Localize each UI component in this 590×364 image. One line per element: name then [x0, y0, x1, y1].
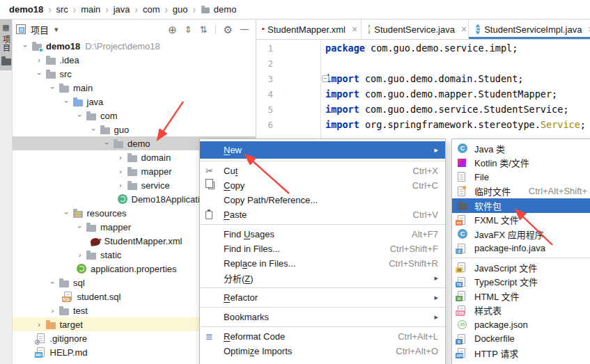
- tree-item-icon-slot: [86, 223, 97, 232]
- menu-item-Replace in Files...[interactable]: Replace in Files...Ctrl+Shift+R: [200, 256, 445, 271]
- project-stripe-label: 项目: [1, 35, 12, 52]
- doc-line: [460, 351, 463, 351]
- label-mnemonic: R: [224, 331, 230, 342]
- tab-close-icon[interactable]: ×: [461, 24, 467, 35]
- tree-row-com[interactable]: ›com: [13, 109, 256, 122]
- tab-StudentService.java[interactable]: IStudentService.java×: [362, 19, 469, 39]
- chevron-collapsed-icon[interactable]: ›: [33, 56, 45, 64]
- menu-item-HTTP 请求[interactable]: APIHTTP 请求: [452, 346, 590, 361]
- chevron-collapsed-icon[interactable]: ›: [115, 153, 127, 161]
- minimize-icon: —: [240, 25, 249, 33]
- chevron-collapsed-icon[interactable]: ›: [115, 181, 127, 189]
- chevron-expanded-icon[interactable]: ›: [49, 277, 57, 289]
- folder-dark-icon: [458, 203, 467, 210]
- chevron-expanded-icon[interactable]: ›: [103, 138, 111, 150]
- tab-StudentServiceImpl.java[interactable]: CStudentServiceImpl.java×: [469, 19, 590, 39]
- menu-item-HTML 文件[interactable]: HHTML 文件: [452, 289, 590, 303]
- menu-item-File[interactable]: File: [452, 170, 590, 184]
- project-tool-stripe-button[interactable]: ▦ 项目: [0, 19, 12, 70]
- tree-row-main[interactable]: ›main: [13, 81, 256, 95]
- menu-item-Bookmarks[interactable]: Bookmarks▸: [200, 310, 445, 324]
- chevron-expanded-icon[interactable]: ›: [22, 40, 30, 52]
- menu-item-label: HTTP 请求: [474, 347, 518, 360]
- breadcrumb-item-java[interactable]: java: [114, 4, 130, 15]
- chevron-expanded-icon[interactable]: ›: [89, 124, 98, 136]
- breadcrumb-item-com[interactable]: com: [143, 4, 160, 15]
- chevron-collapsed-icon[interactable]: ›: [115, 167, 127, 175]
- menu-item-Refactor[interactable]: Refactor▸: [200, 290, 445, 305]
- menu-item-Find Usages[interactable]: Find UsagesAlt+F7: [200, 227, 445, 242]
- menu-item-icon-slot: JS: [458, 262, 474, 272]
- menu-item-Optimize Imports[interactable]: Optimize ImportsCtrl+Alt+O: [200, 344, 445, 358]
- fold-gutter: −: [273, 71, 325, 86]
- menu-item-TypeScript 文件[interactable]: TSTypeScript 文件: [452, 275, 590, 290]
- class-badge-icon: C: [476, 24, 481, 34]
- chevron-down-icon[interactable]: ▾: [54, 26, 59, 33]
- paste-icon: [205, 211, 212, 219]
- menu-item-JavaFX 应用程序[interactable]: CJavaFX 应用程序: [452, 227, 590, 242]
- menu-item-Paste[interactable]: PasteCtrl+V: [200, 207, 445, 222]
- tab-close-icon[interactable]: ×: [352, 24, 357, 35]
- menu-item-分析(Z)[interactable]: 分析(Z)▸: [200, 271, 445, 285]
- breadcrumb-item-demo18[interactable]: demo18: [9, 4, 43, 15]
- tree-item-icon-slot: [127, 167, 138, 176]
- chevron-expanded-icon[interactable]: ›: [62, 96, 70, 108]
- menu-item-label: TypeScript 文件: [474, 275, 538, 288]
- menu-item-package-info.java[interactable]: Jpackage-info.java: [452, 242, 590, 256]
- chevron-expanded-icon[interactable]: ›: [35, 68, 43, 80]
- menu-item-样式表[interactable]: CSS样式表: [452, 303, 590, 318]
- chevron-collapsed-icon[interactable]: ›: [33, 320, 45, 329]
- tree-row-.idea[interactable]: ›.idea: [13, 53, 256, 67]
- breadcrumb-item-guo[interactable]: guo: [173, 4, 188, 15]
- menu-item-package.json[interactable]: JSpackage.json: [452, 317, 590, 332]
- menu-item-Find in Files...[interactable]: Find in Files...Ctrl+Shift+F: [200, 242, 445, 256]
- breadcrumb-item-label: main: [81, 4, 100, 15]
- tree-row-demo18[interactable]: ›demo18D:\Project\demo18: [13, 39, 256, 53]
- menu-item-临时文件[interactable]: 临时文件Ctrl+Alt+Shift+: [452, 184, 590, 199]
- settings-button[interactable]: ⚙: [224, 24, 233, 35]
- widget-pane: [19, 27, 24, 33]
- breadcrumb-item-demo[interactable]: demo: [201, 4, 237, 15]
- menu-item-软件包[interactable]: 软件包: [452, 198, 590, 213]
- chevron-collapsed-icon[interactable]: ›: [47, 306, 59, 315]
- menu-item-New[interactable]: New▸: [200, 141, 445, 159]
- chevron-expanded-icon[interactable]: ›: [49, 82, 57, 94]
- chevron-expanded-icon[interactable]: ›: [76, 221, 84, 233]
- chevron-expanded-icon[interactable]: ›: [62, 207, 70, 219]
- tree-row-src[interactable]: ›src: [13, 67, 256, 81]
- tree-row-guo[interactable]: ›guo: [13, 122, 256, 136]
- menu-item-Copy Path/Reference...[interactable]: Copy Path/Reference...: [200, 193, 445, 207]
- folder-icon: [59, 280, 69, 287]
- expand-all-button[interactable]: ⇕: [185, 25, 192, 34]
- collapse-all-button[interactable]: ⇅: [200, 25, 208, 34]
- chevron-expanded-icon[interactable]: ›: [76, 110, 84, 122]
- tab-StudentMapper.xml[interactable]: StudentMapper.xml×: [256, 19, 362, 39]
- project-panel-title[interactable]: 项目: [31, 23, 49, 36]
- project-window-widget-icon[interactable]: [16, 24, 26, 34]
- breadcrumb-item-label: java: [114, 4, 130, 15]
- menu-item-Copy[interactable]: CopyCtrl+C: [200, 178, 445, 193]
- fold-marker-icon[interactable]: −: [322, 75, 329, 82]
- menu-separator: [200, 161, 445, 161]
- file-js-icon: JS: [458, 262, 465, 272]
- menu-item-Cut[interactable]: ✂CutCtrl+X: [200, 164, 445, 178]
- chevron-collapsed-icon[interactable]: ›: [74, 251, 86, 259]
- breadcrumb-item-main[interactable]: main: [81, 4, 100, 15]
- menu-item-FXML 文件[interactable]: <>FXML 文件: [452, 213, 590, 228]
- breadcrumb-item-src[interactable]: src: [56, 4, 68, 15]
- tree-row-java[interactable]: ›java: [13, 95, 256, 109]
- submenu-arrow-icon: ▸: [434, 312, 438, 322]
- submenu-arrow-icon: ▸: [434, 293, 438, 302]
- folder-resources-icon: [73, 211, 83, 218]
- locate-button[interactable]: ⊕: [168, 24, 177, 35]
- hide-panel-button[interactable]: —: [240, 25, 249, 33]
- menu-item-Dockerfile[interactable]: DDockerfile: [452, 332, 590, 347]
- fold-gutter: [273, 102, 325, 117]
- file-gitignore-icon: ⊘: [37, 333, 45, 343]
- folder-dark-icon[interactable]: [1, 58, 11, 65]
- menu-item-Reformat Code[interactable]: ≣Reformat CodeCtrl+Alt+L: [200, 329, 445, 344]
- menu-item-JavaScript 文件[interactable]: JSJavaScript 文件: [452, 260, 590, 275]
- menu-item-Kotlin 类/文件[interactable]: Kotlin 类/文件: [452, 156, 590, 171]
- menu-item-icon-slot: <>: [458, 215, 474, 225]
- menu-item-Java 类[interactable]: CJava 类: [452, 141, 590, 156]
